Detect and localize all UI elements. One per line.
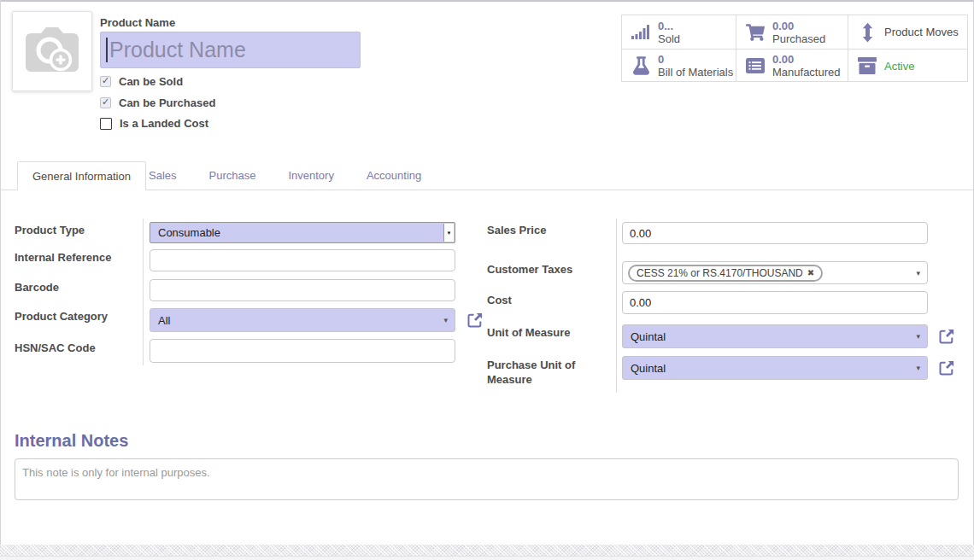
cost-input[interactable] xyxy=(622,291,928,314)
can-be-sold-label: Can be Sold xyxy=(119,75,183,88)
camera-plus-icon xyxy=(24,26,80,77)
purchase-unit-of-measure-external-link-icon[interactable] xyxy=(937,359,956,377)
chevron-down-icon[interactable] xyxy=(916,332,920,341)
product-type-label: Product Type xyxy=(15,223,85,237)
sold-label: Sold xyxy=(658,32,680,45)
unit-of-measure-label: Unit of Measure xyxy=(487,325,571,340)
purchase-unit-of-measure-label: Purchase Unit of Measure xyxy=(487,358,607,387)
bill-of-materials-stat-button[interactable]: 0 Bill of Materials xyxy=(622,49,736,82)
can-be-purchased-label: Can be Purchased xyxy=(119,96,215,109)
archive-box-icon xyxy=(857,57,877,74)
cost-label: Cost xyxy=(487,293,512,307)
sales-price-label: Sales Price xyxy=(487,223,546,237)
customer-taxes-label: Customer Taxes xyxy=(487,262,572,277)
manufactured-label: Manufactured xyxy=(772,66,841,79)
can-be-purchased-row: Can be Purchased xyxy=(100,96,215,109)
product-name-label: Product Name xyxy=(100,16,175,29)
tab-accounting[interactable]: Accounting xyxy=(350,169,437,182)
can-be-sold-row: Can be Sold xyxy=(100,75,183,88)
can-be-sold-checkbox[interactable] xyxy=(100,76,111,87)
flask-icon xyxy=(631,56,651,75)
unit-of-measure-external-link-icon[interactable] xyxy=(937,327,956,346)
active-toggle-button[interactable]: Active xyxy=(848,49,967,82)
hsn-sac-code-label: HSN/SAC Code xyxy=(15,341,96,355)
unit-of-measure-value: Quintal xyxy=(631,330,666,343)
manufactured-stat-button[interactable]: 0.00 Manufactured xyxy=(736,49,848,82)
bill-of-materials-value: 0 xyxy=(658,53,733,66)
product-name-input[interactable] xyxy=(100,32,361,68)
internal-notes-heading: Internal Notes xyxy=(15,431,128,451)
tab-purchase[interactable]: Purchase xyxy=(193,169,273,182)
internal-notes-field xyxy=(15,458,959,500)
purchase-unit-of-measure-value: Quintal xyxy=(631,362,666,375)
customer-tax-tag-text: CESS 21% or RS.4170/THOUSAND xyxy=(637,267,803,279)
barcode-input[interactable] xyxy=(150,279,455,301)
left-border xyxy=(0,0,1,545)
page-bottom-strip xyxy=(0,556,974,560)
purchase-unit-of-measure-field[interactable]: Quintal xyxy=(622,356,928,380)
tab-inventory[interactable]: Inventory xyxy=(272,169,349,182)
arrows-vertical-icon xyxy=(857,21,877,44)
product-category-field[interactable]: All xyxy=(150,308,455,332)
purchased-label: Purchased xyxy=(772,32,825,45)
unit-of-measure-field[interactable]: Quintal xyxy=(622,324,928,348)
barcode-label: Barcode xyxy=(15,280,59,295)
chevron-down-icon[interactable] xyxy=(916,269,920,277)
landed-cost-row: Is a Landed Cost xyxy=(100,117,208,130)
page-background-texture xyxy=(0,545,974,556)
purchased-stat-button[interactable]: 0.00 Purchased xyxy=(736,15,848,49)
remove-tag-icon[interactable] xyxy=(807,268,814,277)
hsn-sac-code-input[interactable] xyxy=(150,339,455,363)
bill-of-materials-label: Bill of Materials xyxy=(658,66,733,79)
product-type-select[interactable]: Consumable xyxy=(150,222,455,243)
right-group-divider xyxy=(616,219,617,393)
sold-stat-button[interactable]: 0... Sold xyxy=(622,15,736,49)
product-moves-label: Product Moves xyxy=(884,26,959,38)
sold-value: 0... xyxy=(658,20,680,32)
internal-notes-textarea[interactable] xyxy=(15,458,959,500)
stat-button-grid: 0... Sold 0.00 Purchased Product Moves xyxy=(621,15,968,82)
is-landed-cost-label: Is a Landed Cost xyxy=(120,117,208,130)
tab-general-information[interactable]: General Information xyxy=(17,161,146,190)
tabbar-divider xyxy=(1,190,973,190)
product-category-external-link-icon[interactable] xyxy=(466,311,484,330)
chevron-down-icon[interactable] xyxy=(443,316,448,324)
manufactured-value: 0.00 xyxy=(772,53,841,66)
tab-strip: Sales Purchase Inventory Accounting xyxy=(132,161,437,190)
customer-taxes-field[interactable]: CESS 21% or RS.4170/THOUSAND xyxy=(622,261,928,284)
product-category-value: All xyxy=(158,314,170,327)
top-border xyxy=(0,0,974,2)
can-be-purchased-checkbox[interactable] xyxy=(100,97,111,108)
product-category-label: Product Category xyxy=(15,309,108,324)
internal-reference-label: Internal Reference xyxy=(15,250,111,265)
purchased-value: 0.00 xyxy=(772,20,825,32)
list-icon xyxy=(745,58,766,73)
sales-price-input[interactable] xyxy=(622,222,928,244)
internal-reference-input[interactable] xyxy=(150,249,455,271)
product-moves-button[interactable]: Product Moves xyxy=(848,15,967,49)
product-name-field xyxy=(100,32,361,68)
select-dropdown-icon[interactable] xyxy=(443,224,454,242)
left-group-divider xyxy=(143,219,144,365)
shopping-cart-icon xyxy=(745,24,766,41)
product-form-page: Product Name Can be Sold Can be Purchase… xyxy=(0,0,974,560)
product-type-value: Consumable xyxy=(158,226,220,239)
bar-chart-icon xyxy=(631,25,651,39)
is-landed-cost-checkbox[interactable] xyxy=(100,118,112,130)
active-label: Active xyxy=(884,60,914,73)
customer-tax-tag: CESS 21% or RS.4170/THOUSAND xyxy=(628,265,823,282)
chevron-down-icon[interactable] xyxy=(916,364,920,372)
text-cursor xyxy=(106,38,108,62)
product-image-placeholder[interactable] xyxy=(12,11,92,91)
